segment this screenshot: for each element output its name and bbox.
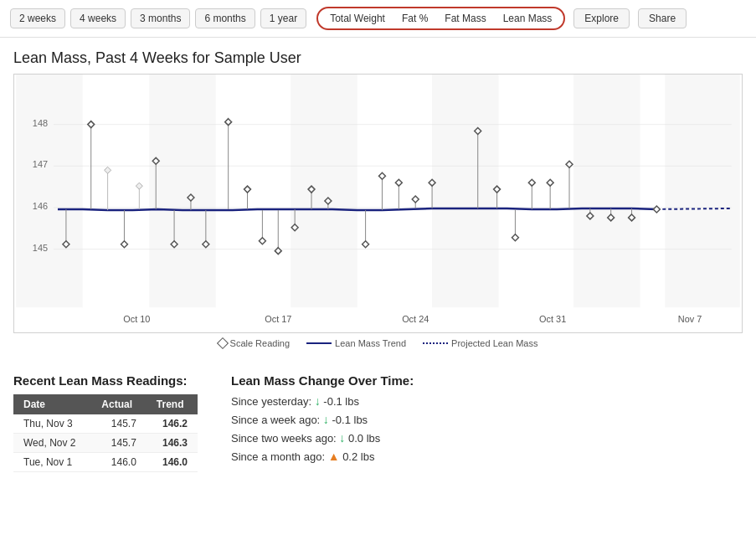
metric-btn-totalweight[interactable]: Total Weight: [321, 10, 393, 27]
change-label-3: Since a month ago:: [231, 450, 325, 463]
row3-actual: 146.0: [91, 453, 146, 472]
chart-container: 148 147 146 145: [13, 74, 743, 333]
legend-trend: Lean Mass Trend: [306, 338, 406, 348]
legend-trend-line-icon: [306, 342, 332, 344]
table-row: Wed, Nov 2 145.7 146.3: [13, 434, 198, 453]
change-label-2: Since two weeks ago:: [231, 432, 337, 445]
legend-scale-label: Scale Reading: [230, 338, 291, 348]
change-item-3: Since a month ago: ▲ 0.2 lbs: [231, 450, 743, 463]
legend-scale-reading: Scale Reading: [219, 338, 291, 348]
row3-trend: 146.0: [147, 453, 198, 472]
row2-actual: 145.7: [91, 434, 146, 453]
change-item-2: Since two weeks ago: ↓ 0.0 lbs: [231, 431, 743, 445]
svg-text:148: 148: [33, 118, 48, 128]
share-button[interactable]: Share: [638, 8, 687, 28]
svg-rect-1: [16, 75, 82, 307]
readings-table: Date Actual Trend Thu, Nov 3 145.7 146.2…: [13, 394, 198, 472]
change-label-0: Since yesterday:: [231, 395, 311, 408]
svg-text:146: 146: [33, 201, 48, 211]
svg-text:Oct 17: Oct 17: [265, 314, 291, 324]
arrow-up-icon-3: ▲: [328, 450, 340, 463]
recent-readings: Recent Lean Mass Readings: Date Actual T…: [13, 373, 198, 472]
time-btn-4weeks[interactable]: 4 weeks: [70, 8, 126, 28]
row3-date: Tue, Nov 1: [13, 453, 91, 472]
time-btn-1year[interactable]: 1 year: [260, 8, 306, 28]
row2-trend: 146.3: [147, 434, 198, 453]
bottom-section: Recent Lean Mass Readings: Date Actual T…: [0, 360, 756, 486]
svg-rect-5: [573, 75, 640, 307]
col-date: Date: [13, 394, 91, 414]
change-val-1: -0.1 lbs: [332, 414, 368, 426]
explore-button[interactable]: Explore: [573, 8, 630, 28]
legend-projected-line-icon: [423, 342, 448, 344]
change-item-1: Since a week ago: ↓ -0.1 lbs: [231, 413, 743, 426]
svg-rect-6: [665, 75, 739, 307]
svg-text:147: 147: [33, 159, 48, 169]
svg-text:Oct 31: Oct 31: [539, 314, 566, 324]
col-trend: Trend: [147, 394, 198, 414]
svg-rect-2: [149, 75, 215, 307]
svg-text:145: 145: [33, 243, 48, 253]
chart-svg: 148 147 146 145: [14, 75, 742, 332]
change-over-time: Lean Mass Change Over Time: Since yester…: [231, 373, 743, 472]
svg-text:Oct 24: Oct 24: [402, 314, 429, 324]
svg-text:Nov 7: Nov 7: [678, 314, 702, 324]
arrow-down-icon-1: ↓: [323, 413, 329, 426]
time-btn-6months[interactable]: 6 months: [195, 8, 255, 28]
change-val-2: 0.0 lbs: [348, 432, 380, 445]
arrow-flat-icon-2: ↓: [339, 431, 345, 445]
table-row: Thu, Nov 3 145.7 146.2: [13, 414, 198, 434]
time-btn-3months[interactable]: 3 months: [131, 8, 190, 28]
change-label-1: Since a week ago:: [231, 414, 320, 426]
row1-date: Thu, Nov 3: [13, 414, 91, 434]
table-row: Tue, Nov 1 146.0 146.0: [13, 453, 198, 472]
metric-btn-fatmass[interactable]: Fat Mass: [436, 10, 494, 27]
legend-diamond-icon: [216, 337, 228, 349]
change-val-3: 0.2 lbs: [342, 450, 374, 463]
change-title: Lean Mass Change Over Time:: [231, 373, 743, 388]
metric-btn-leanmass[interactable]: Lean Mass: [495, 10, 561, 27]
row1-trend: 146.2: [147, 414, 198, 434]
legend-projected-label: Projected Lean Mass: [451, 338, 537, 348]
page-title: Lean Mass, Past 4 Weeks for Sample User: [0, 38, 756, 74]
top-bar: 2 weeks 4 weeks 3 months 6 months 1 year…: [0, 0, 756, 38]
arrow-down-icon-0: ↓: [315, 394, 321, 408]
legend-projected: Projected Lean Mass: [423, 338, 537, 348]
svg-text:Oct 10: Oct 10: [123, 314, 150, 324]
row2-date: Wed, Nov 2: [13, 434, 91, 453]
metric-btn-fatpct[interactable]: Fat %: [393, 10, 436, 27]
change-val-0: -0.1 lbs: [323, 395, 359, 408]
recent-readings-title: Recent Lean Mass Readings:: [13, 373, 198, 388]
time-btn-2weeks[interactable]: 2 weeks: [10, 8, 65, 28]
svg-rect-3: [291, 75, 357, 307]
metric-group: Total Weight Fat % Fat Mass Lean Mass: [316, 7, 565, 30]
row1-actual: 145.7: [91, 414, 146, 434]
chart-legend: Scale Reading Lean Mass Trend Projected …: [0, 333, 756, 353]
legend-trend-label: Lean Mass Trend: [335, 338, 406, 348]
svg-rect-4: [432, 75, 498, 307]
change-item-0: Since yesterday: ↓ -0.1 lbs: [231, 394, 743, 408]
col-actual: Actual: [91, 394, 146, 414]
